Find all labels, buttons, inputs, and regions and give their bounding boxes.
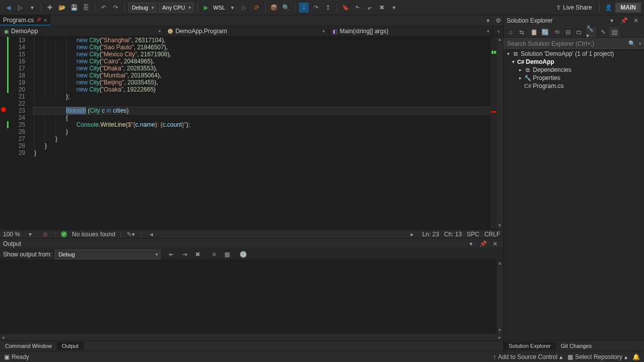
git-changes-tab[interactable]: Git Changes [556,342,597,350]
select-repo-button[interactable]: ▦Select Repository▴ [568,353,627,360]
notifications-icon[interactable]: 🔔 [632,353,640,360]
start-debug-icon[interactable]: ▶ [201,3,211,13]
output-header[interactable]: Output ▾ 📌 ✕ [0,239,503,248]
bookmark-icon[interactable]: 🔖 [341,3,351,13]
nav-class-combo[interactable]: 🅒DemoApp.Program [165,26,329,36]
pin-icon[interactable]: 📌 [36,18,41,23]
tree-item[interactable]: ▸⧉Dependencies [504,66,644,74]
step-icon[interactable]: ↧ [299,3,309,13]
run-target-dropdown-icon[interactable]: ▾ [227,3,237,13]
sln-collapse-icon[interactable]: ⊟ [563,27,573,37]
forward-icon[interactable]: ▷ [15,3,25,13]
upload-icon: ↑ [493,353,496,360]
app-statusbar: ▣Ready ↑Add to Source Control▴ ▦Select R… [0,351,644,362]
sln-view-icon[interactable]: ▤ [609,27,619,37]
save-all-icon[interactable]: 🗄 [81,3,91,13]
zoom-level[interactable]: 100 % [3,231,20,238]
live-share-button[interactable]: ⇪Live Share [552,3,596,12]
nav-method-combo[interactable]: ◧Main(string[] args) [329,26,493,36]
hot-reload-icon[interactable]: ⟳ [252,3,262,13]
step-out-icon[interactable]: ↥ [323,3,333,13]
save-icon[interactable]: 💾 [69,3,79,13]
main-branch-button[interactable]: MAIN [615,3,641,13]
output-clear-icon[interactable]: ✖ [193,249,203,259]
start-without-debug-icon[interactable]: ▷ [239,3,250,13]
indent-mode[interactable]: SPC [467,231,479,238]
solution-explorer-tab[interactable]: Solution Explorer [504,342,556,350]
no-issues-icon: ✓ [61,231,67,237]
sln-home-icon[interactable]: ⌂ [506,27,516,37]
tab-dropdown-icon[interactable]: ▾ [483,16,493,26]
nav-dropdown-icon[interactable]: ▾ [27,3,37,13]
tree-item[interactable]: ▾C#DemoApp [504,58,644,66]
output-dropdown-icon[interactable]: ▾ [466,239,476,249]
sln-pending-icon[interactable]: 📋 [529,27,539,37]
nav-project-combo[interactable]: ▣DemoApp [0,26,165,36]
brush-icon[interactable]: ✎▾ [126,229,136,239]
bookmark-next-icon[interactable]: ⬐ [365,3,375,13]
tab-settings-icon[interactable]: ⚙ [493,16,503,26]
solution-search-input[interactable]: Search Solution Explorer (Ctrl+;) 🔍 [504,38,644,49]
sln-switch-view-icon[interactable]: ⇆ [517,27,527,37]
output-close-icon[interactable]: ✕ [490,239,500,249]
output-vertical-scrollbar[interactable]: ▴▾ [497,260,503,334]
issues-label[interactable]: No issues found [72,231,115,238]
platform-combobox[interactable]: Any CPU [158,3,193,13]
toolbar-overflow-icon[interactable]: ▾ [389,3,399,13]
bookmark-clear-icon[interactable]: ✖ [377,3,387,13]
close-tab-icon[interactable]: ✕ [43,18,47,23]
output-next-icon[interactable]: ⇥ [180,249,190,259]
code-editor[interactable]: 1314151617181920212223242526272829 new C… [0,37,503,229]
sln-preview-icon[interactable]: ✎ [598,27,608,37]
line-ending[interactable]: CRLF [485,231,500,238]
editor-vertical-scrollbar[interactable]: ▴ ▾ [497,37,503,229]
hscroll-left-icon[interactable]: ◂ [146,229,156,239]
config-combobox[interactable]: Debug [128,3,156,13]
split-editor-icon[interactable]: ⫞ [493,26,503,36]
open-icon[interactable]: 📂 [57,3,67,13]
scroll-down-icon[interactable]: ▾ [497,223,503,229]
new-item-icon[interactable]: ✚ [45,3,55,13]
output-horizontal-scrollbar[interactable]: ◂▸ [0,334,503,340]
account-icon[interactable]: 👤 [603,3,613,13]
sln-show-all-icon[interactable]: 🗀 [574,27,584,37]
zoom-dropdown-icon[interactable]: ▾ [25,229,35,239]
output-body[interactable]: ▴▾ [0,260,503,334]
project-icon: ▣ [3,28,9,34]
sln-sync-icon[interactable]: 🔄 [540,27,550,37]
sln-properties-icon[interactable]: 🔧▾ [586,27,596,37]
output-prev-icon[interactable]: ⇤ [167,249,177,259]
back-icon[interactable]: ◀ [3,3,13,13]
sln-pin-icon[interactable]: 📌 [619,16,629,26]
find-in-files-icon[interactable]: 🔍 [281,3,291,13]
redo-icon[interactable]: ↷ [111,3,121,13]
search-icon[interactable]: 🔍 [628,40,635,47]
run-target-label[interactable]: WSL [213,5,225,11]
solution-explorer-header[interactable]: Solution Explorer ▾ 📌 ✕ [504,15,644,26]
add-source-control-button[interactable]: ↑Add to Source Control▴ [493,353,562,360]
output-pin-icon[interactable]: 📌 [478,239,488,249]
output-wrap-icon[interactable]: ≡ [209,249,219,259]
step-over-icon[interactable]: ↷ [311,3,321,13]
tree-item[interactable]: ▾⧉Solution 'DemoApp' (1 of 1 project) [504,50,644,58]
breakpoint-margin[interactable] [0,37,7,229]
sln-refresh-icon[interactable]: ⟲ [552,27,562,37]
hscroll-right-icon[interactable]: ▸ [407,229,417,239]
tree-item[interactable]: ▸🔧Properties [504,74,644,82]
output-toggle-icon[interactable]: ▦ [222,249,232,259]
sln-dropdown-icon[interactable]: ▾ [607,16,617,26]
output-timestamp-icon[interactable]: 🕘 [238,249,248,259]
error-filter-icon[interactable]: ⊘ [40,229,50,239]
tree-item[interactable]: C#Program.cs [504,82,644,90]
code-body[interactable]: new City("Shanghai", 26317104), new City… [32,37,491,229]
sln-close-icon[interactable]: ✕ [631,16,641,26]
undo-icon[interactable]: ↶ [99,3,109,13]
solution-tree[interactable]: ▾⧉Solution 'DemoApp' (1 of 1 project)▾C#… [504,49,644,340]
command-window-tab[interactable]: Command Window [0,342,57,350]
bookmark-prev-icon[interactable]: ⬑ [353,3,363,13]
file-tab[interactable]: Program.cs 📌 ✕ [0,15,50,26]
output-tab[interactable]: Output [57,342,84,350]
scroll-up-icon[interactable]: ▴ [497,37,503,43]
output-source-combobox[interactable]: Debug [55,249,160,259]
browse-icon[interactable]: 📦 [269,3,279,13]
